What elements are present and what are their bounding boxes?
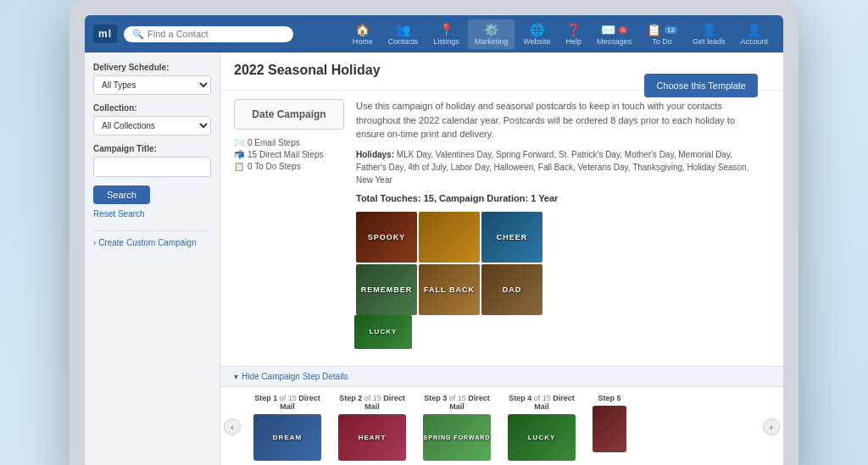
search-input[interactable] [147, 29, 285, 39]
campaign-description: Use this campaign of holiday and seasona… [356, 99, 758, 141]
home-icon: 🏠 [355, 23, 370, 36]
grid-cell-spooky: SPOOKY [356, 212, 417, 263]
nav-help-label: Help [566, 37, 582, 46]
reset-search-link[interactable]: Reset Search [93, 209, 211, 219]
grid-cell-fallback: FALL BACK [419, 264, 480, 315]
step-5-image [593, 406, 626, 452]
mail-icon: 📬 [234, 150, 244, 159]
date-campaign-box: Date Campaign [234, 99, 344, 130]
choose-template-button[interactable]: Choose this Template [644, 74, 758, 97]
nav-listings[interactable]: 📍 Listings [426, 19, 466, 49]
nav-messages-label: Messages [597, 37, 632, 46]
nav-help[interactable]: ❓ Help [559, 19, 589, 49]
sidebar: Delivery Schedule: All Types Collection:… [85, 53, 220, 465]
nav-items: 🏠 Home 👥 Contacts 📍 Listings ⚙️ Marketin… [346, 19, 775, 49]
main-layout: Delivery Schedule: All Types Collection:… [85, 53, 783, 465]
app-logo: ml [93, 25, 117, 43]
todo-stat-icon: 📋 [234, 162, 244, 171]
delivery-schedule-select[interactable]: All Types [93, 75, 211, 95]
nav-todo-label: To Do [652, 37, 672, 46]
listings-icon: 📍 [439, 23, 453, 36]
campaign-stats: ✉️ 0 Email Steps 📬 15 Direct Mail Steps … [234, 138, 344, 171]
create-custom-link[interactable]: › Create Custom Campaign [93, 238, 211, 247]
holidays-list: MLK Day, Valentines Day, Spring Forward,… [356, 150, 748, 185]
marketing-icon: ⚙️ [484, 23, 498, 36]
steps-prev-arrow[interactable]: ‹ [224, 418, 241, 435]
grid-cell-dad: DAD [481, 264, 542, 315]
collection-label: Collection: [93, 103, 211, 113]
nav-home-label: Home [353, 37, 373, 46]
email-steps-value: 0 Email Steps [248, 138, 300, 147]
steps-content: ‹ Step 1 of 15 Direct Mail DREAM Step 2 … [220, 387, 783, 466]
grid-cell-lucky: LUCKY [354, 315, 412, 349]
campaign-holidays: Holidays: MLK Day, Valentines Day, Sprin… [356, 148, 758, 186]
screen: ml 🔍 🏠 Home 👥 Contacts 📍 Listings [85, 15, 783, 465]
todo-steps-row: 📋 0 To Do Steps [234, 162, 344, 171]
nav-listings-label: Listings [433, 37, 459, 46]
nav-todo[interactable]: 📋 12 To Do [640, 19, 684, 49]
getleads-icon: 👤 [702, 23, 716, 36]
nav-website-label: Website [523, 37, 550, 46]
sidebar-divider [93, 230, 211, 231]
nav-marketing[interactable]: ⚙️ Marketing [468, 19, 515, 49]
step-5-title: Step 5 [588, 394, 631, 402]
step-4-image: LUCKY [508, 414, 576, 461]
chevron-down-icon: ▾ [234, 372, 238, 381]
search-button[interactable]: Search [93, 185, 150, 204]
campaign-image-grid: SPOOKY CHEER REMEMBER FALL BACK DAD [356, 212, 542, 315]
campaign-right: Choose this Template Use this campaign o… [356, 99, 758, 357]
step-4-title: Step 4 of 15 Direct Mail [504, 394, 580, 411]
steps-bar-label: Hide Campaign Step Details [242, 372, 348, 381]
nav-getleads-label: Get leads [693, 37, 726, 46]
step-card-3: Step 3 of 15 Direct Mail SPRING FORWARD [419, 394, 495, 461]
email-steps-row: ✉️ 0 Email Steps [234, 138, 344, 147]
nav-home[interactable]: 🏠 Home [346, 19, 380, 49]
todo-icon: 📋 12 [647, 23, 677, 36]
account-icon: 👤 [747, 23, 761, 36]
campaign-body: Date Campaign ✉️ 0 Email Steps 📬 15 Dire… [220, 91, 783, 366]
delivery-schedule-label: Delivery Schedule: [93, 63, 211, 72]
contacts-icon: 👥 [396, 23, 410, 36]
campaign-left: Date Campaign ✉️ 0 Email Steps 📬 15 Dire… [234, 99, 344, 357]
step-1-image: DREAM [253, 414, 321, 461]
mail-steps-value: 15 Direct Mail Steps [248, 150, 323, 159]
nav-account[interactable]: 👤 Account [733, 19, 775, 49]
grid-cell-remember: REMEMBER [356, 264, 417, 315]
step-3-title: Step 3 of 15 Direct Mail [419, 394, 495, 411]
todo-steps-value: 0 To Do Steps [248, 162, 301, 171]
messages-icon: ✉️ 8 [601, 23, 627, 36]
nav-search-bar[interactable]: 🔍 [124, 26, 293, 42]
holidays-label: Holidays: [356, 150, 394, 159]
content-area: 2022 Seasonal Holiday Date Campaign ✉️ 0… [220, 53, 783, 465]
step-2-title: Step 2 of 15 Direct Mail [334, 394, 410, 411]
website-icon: 🌐 [530, 23, 544, 36]
nav-marketing-label: Marketing [475, 37, 509, 46]
step-card-2: Step 2 of 15 Direct Mail HEART [334, 394, 410, 461]
step-3-image: SPRING FORWARD [423, 414, 491, 461]
laptop-frame: ml 🔍 🏠 Home 👥 Contacts 📍 Listings [70, 0, 798, 465]
step-card-1: Step 1 of 15 Direct Mail DREAM [249, 394, 326, 461]
step-card-5: Step 5 [588, 394, 631, 452]
search-icon: 🔍 [132, 29, 144, 40]
steps-next-arrow[interactable]: › [763, 418, 780, 435]
mail-steps-row: 📬 15 Direct Mail Steps [234, 150, 344, 159]
top-nav: ml 🔍 🏠 Home 👥 Contacts 📍 Listings [85, 15, 783, 53]
collection-select[interactable]: All Collections [93, 116, 211, 136]
total-touches: Total Touches: 15, Campaign Duration: 1 … [356, 193, 758, 203]
chevron-right-icon: › [93, 238, 96, 247]
step-2-image: HEART [338, 414, 406, 461]
nav-messages[interactable]: ✉️ 8 Messages [590, 19, 638, 49]
email-icon: ✉️ [234, 138, 244, 147]
nav-account-label: Account [740, 37, 768, 46]
help-icon: ❓ [566, 23, 581, 36]
nav-contacts[interactable]: 👥 Contacts [381, 19, 426, 49]
nav-website[interactable]: 🌐 Website [516, 19, 557, 49]
campaign-title-label: Campaign Title: [93, 144, 211, 153]
step-1-title: Step 1 of 15 Direct Mail [249, 394, 326, 411]
grid-cell-cheer: CHEER [481, 212, 542, 263]
step-card-4: Step 4 of 15 Direct Mail LUCKY [504, 394, 580, 461]
nav-getleads[interactable]: 👤 Get leads [686, 19, 732, 49]
steps-bar[interactable]: ▾ Hide Campaign Step Details [220, 366, 783, 387]
nav-contacts-label: Contacts [388, 37, 419, 46]
campaign-title-input[interactable] [93, 157, 211, 177]
